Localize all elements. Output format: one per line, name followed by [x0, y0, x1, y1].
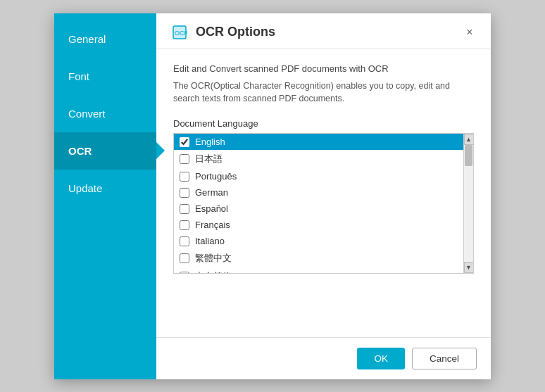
svg-text:OCR: OCR	[175, 30, 187, 37]
lang-item[interactable]: Português	[174, 168, 463, 184]
scrollbar-thumb-area	[464, 145, 473, 262]
ocr-icon: OCR	[170, 23, 189, 42]
sidebar-item-ocr[interactable]: OCR	[54, 132, 156, 170]
language-list[interactable]: English日本語PortuguêsGermanEspañolFrançais…	[174, 134, 463, 273]
lang-checkbox[interactable]	[180, 253, 189, 263]
lang-checkbox[interactable]	[180, 236, 189, 246]
main-content: OCR OCR Options × Edit and Convert scann…	[156, 13, 491, 379]
sidebar: GeneralFontConvertOCRUpdate	[54, 13, 156, 379]
lang-label: Italiano	[195, 236, 225, 246]
scrollbar-track: ▲ ▼	[463, 134, 473, 273]
scroll-up-button[interactable]: ▲	[464, 134, 474, 145]
sidebar-item-font[interactable]: Font	[54, 58, 156, 95]
scrollbar-thumb[interactable]	[465, 145, 472, 166]
footer: OK Cancel	[156, 337, 491, 379]
title-bar: OCR OCR Options ×	[156, 13, 491, 49]
sidebar-item-update[interactable]: Update	[54, 170, 156, 207]
lang-checkbox[interactable]	[180, 204, 189, 214]
sidebar-item-general[interactable]: General	[54, 20, 156, 58]
lang-checkbox[interactable]	[180, 272, 189, 273]
description-main: Edit and Convert scanned PDF documents w…	[173, 63, 474, 74]
lang-checkbox[interactable]	[180, 172, 189, 182]
lang-label: Français	[195, 220, 230, 230]
scroll-down-button[interactable]: ▼	[464, 262, 474, 273]
lang-item[interactable]: Français	[174, 217, 463, 233]
sidebar-item-convert[interactable]: Convert	[54, 95, 156, 132]
lang-label: 繁體中文	[195, 252, 232, 265]
lang-label: 中文简体	[195, 270, 232, 273]
lang-label: German	[195, 187, 228, 198]
lang-label: Português	[195, 171, 237, 182]
ok-button[interactable]: OK	[357, 348, 405, 369]
dialog-title: OCR Options	[196, 25, 275, 39]
lang-label: 日本語	[195, 153, 223, 165]
lang-item[interactable]: 中文简体	[174, 267, 463, 273]
language-list-container: English日本語PortuguêsGermanEspañolFrançais…	[173, 133, 474, 274]
lang-item[interactable]: English	[174, 134, 463, 150]
lang-item[interactable]: Italiano	[174, 233, 463, 249]
dialog: GeneralFontConvertOCRUpdate OCR OCR Opti…	[54, 13, 491, 379]
lang-checkbox[interactable]	[180, 188, 189, 198]
section-label: Document Language	[173, 118, 474, 129]
lang-item[interactable]: Español	[174, 201, 463, 217]
lang-label: Español	[195, 203, 228, 214]
content-area: Edit and Convert scanned PDF documents w…	[156, 49, 491, 337]
title-left: OCR OCR Options	[170, 23, 275, 42]
lang-label: English	[195, 137, 225, 147]
description-detail: The OCR(Optical Character Recognition) e…	[173, 80, 474, 106]
close-button[interactable]: ×	[463, 25, 477, 39]
lang-item[interactable]: 繁體中文	[174, 249, 463, 267]
lang-item[interactable]: 日本語	[174, 150, 463, 168]
lang-item[interactable]: German	[174, 184, 463, 201]
lang-checkbox[interactable]	[180, 137, 189, 147]
lang-checkbox[interactable]	[180, 220, 189, 230]
lang-checkbox[interactable]	[180, 154, 189, 164]
cancel-button[interactable]: Cancel	[412, 348, 477, 369]
